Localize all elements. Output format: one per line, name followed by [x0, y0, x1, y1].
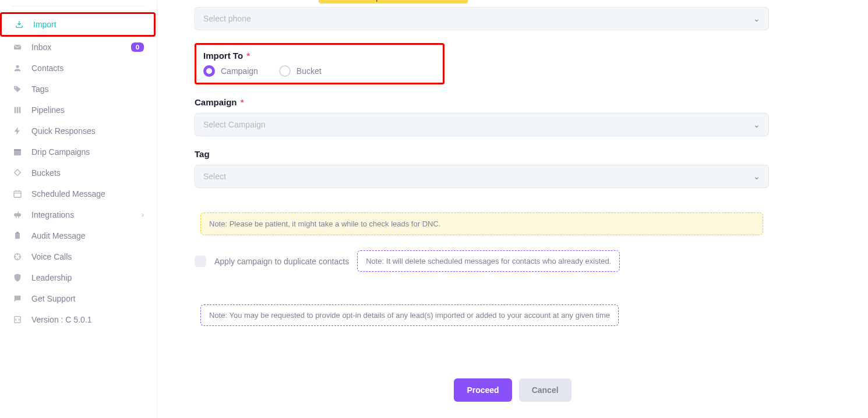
sidebar-item-label: Import [33, 20, 141, 29]
svg-point-1 [16, 65, 19, 68]
note-optin: Note: You may be requested to provide op… [200, 304, 619, 326]
button-row: Proceed Cancel [195, 378, 831, 402]
calendar-icon [13, 147, 22, 157]
note-duplicate: Note: It will delete scheduled messages … [357, 250, 620, 272]
sidebar-item-drip-campaigns[interactable]: Drip Campaigns [0, 141, 157, 162]
tag-icon [13, 84, 22, 94]
sidebar-item-label: Pipelines [31, 105, 144, 115]
sidebar-item-quick-responses[interactable]: Quick Responses [0, 121, 157, 141]
required-asterisk: * [238, 97, 244, 107]
download-icon [15, 20, 24, 29]
code-icon [13, 315, 22, 324]
radio-bucket[interactable]: Bucket [279, 65, 322, 77]
chat-icon [13, 294, 22, 303]
sidebar-item-buckets[interactable]: Buckets [0, 162, 157, 183]
apply-duplicate-label: Apply campaign to duplicate contacts [214, 257, 349, 266]
radio-label-bucket: Bucket [297, 66, 322, 76]
sidebar-item-voice-calls[interactable]: Voice Calls [0, 246, 157, 267]
sidebar-item-label: Get Support [31, 294, 144, 303]
svg-rect-10 [16, 232, 19, 233]
cancel-button[interactable]: Cancel [519, 378, 571, 402]
version-label: Version : C 5.0.1 [31, 315, 144, 324]
select-campaign-dropdown[interactable]: Select Campaign ⌄ [195, 113, 769, 136]
sidebar-item-tags[interactable]: Tags [0, 79, 157, 100]
sidebar-item-label: Inbox [31, 42, 131, 52]
chevron-right-icon: › [142, 211, 144, 219]
phone-icon [13, 252, 22, 261]
svg-rect-9 [15, 233, 20, 239]
sidebar-divider [12, 6, 145, 6]
sidebar-item-label: Audit Message [31, 231, 144, 240]
highlight-import-to: Import To * Campaign Bucket [195, 43, 444, 84]
sidebar-item-import[interactable]: Import [2, 14, 154, 35]
sidebar-item-audit-message[interactable]: Audit Message [0, 225, 157, 246]
chevron-down-icon: ⌄ [753, 172, 760, 181]
select-phone-dropdown[interactable]: Select phone ⌄ [195, 7, 769, 30]
select-phone-placeholder: Select phone [203, 14, 251, 23]
chevron-down-icon: ⌄ [753, 14, 760, 23]
chevron-down-icon: ⌄ [753, 120, 760, 129]
sidebar-item-label: Contacts [31, 63, 144, 73]
radio-unchecked-icon [279, 65, 291, 77]
shield-icon [13, 273, 22, 282]
tag-label: Tag [195, 149, 831, 159]
proceed-button[interactable]: Proceed [454, 378, 511, 402]
clipboard-icon [13, 231, 22, 240]
main-content: Sending Phone Number select For more pho… [157, 0, 868, 418]
radio-campaign[interactable]: Campaign [203, 65, 258, 77]
import-to-label: Import To * [199, 51, 373, 61]
required-asterisk: * [244, 51, 250, 61]
sidebar-item-label: Voice Calls [31, 252, 144, 261]
select-tag-placeholder: Select [203, 172, 226, 181]
sidebar-item-integrations[interactable]: Integrations › [0, 204, 157, 225]
columns-icon [13, 105, 22, 115]
radio-checked-icon [203, 65, 215, 77]
svg-rect-5 [19, 107, 21, 114]
apply-duplicate-row: Apply campaign to duplicate contacts Not… [195, 250, 831, 272]
apply-duplicate-checkbox[interactable] [195, 256, 206, 267]
campaign-label: Campaign * [195, 97, 831, 107]
sidebar: Import Inbox 0 Contacts Tags [0, 0, 157, 418]
mail-icon [13, 42, 22, 52]
sidebar-item-label: Tags [31, 84, 144, 94]
highlight-import: Import [0, 12, 156, 37]
sidebar-item-label: Leadership [31, 273, 144, 282]
sidebar-item-label: Quick Responses [31, 126, 144, 136]
calendar2-icon [13, 189, 22, 199]
sidebar-item-get-support[interactable]: Get Support [0, 288, 157, 309]
inbox-badge: 0 [131, 42, 144, 52]
user-icon [13, 63, 22, 73]
bolt-icon [13, 126, 22, 136]
sidebar-item-leadership[interactable]: Leadership [0, 267, 157, 288]
sidebar-item-pipelines[interactable]: Pipelines [0, 100, 157, 121]
sidebar-item-scheduled-message[interactable]: Scheduled Message [0, 183, 157, 204]
plug-icon [13, 210, 22, 219]
sidebar-item-version: Version : C 5.0.1 [0, 309, 157, 330]
select-campaign-placeholder: Select Campaign [203, 120, 266, 129]
select-tag-dropdown[interactable]: Select ⌄ [195, 165, 769, 188]
sidebar-item-label: Integrations [31, 210, 142, 219]
svg-point-2 [15, 87, 16, 88]
sidebar-item-contacts[interactable]: Contacts [0, 58, 157, 79]
bucket-icon [13, 168, 22, 178]
sending-phone-row: Sending Phone Number select For more pho… [195, 0, 831, 3]
sidebar-item-inbox[interactable]: Inbox 0 [0, 37, 157, 58]
sidebar-item-label: Drip Campaigns [31, 147, 144, 157]
svg-rect-4 [17, 107, 19, 114]
sidebar-item-label: Buckets [31, 168, 144, 178]
phone-warning-pill: select For more phone numbers to be used… [319, 0, 468, 3]
note-dnc: Note: Please be patient, it might take a… [200, 212, 763, 235]
svg-rect-8 [14, 191, 21, 197]
svg-rect-0 [14, 45, 21, 49]
radio-label-campaign: Campaign [221, 66, 258, 76]
sidebar-item-label: Scheduled Message [31, 189, 144, 199]
svg-rect-7 [14, 149, 21, 151]
svg-rect-3 [15, 107, 16, 114]
